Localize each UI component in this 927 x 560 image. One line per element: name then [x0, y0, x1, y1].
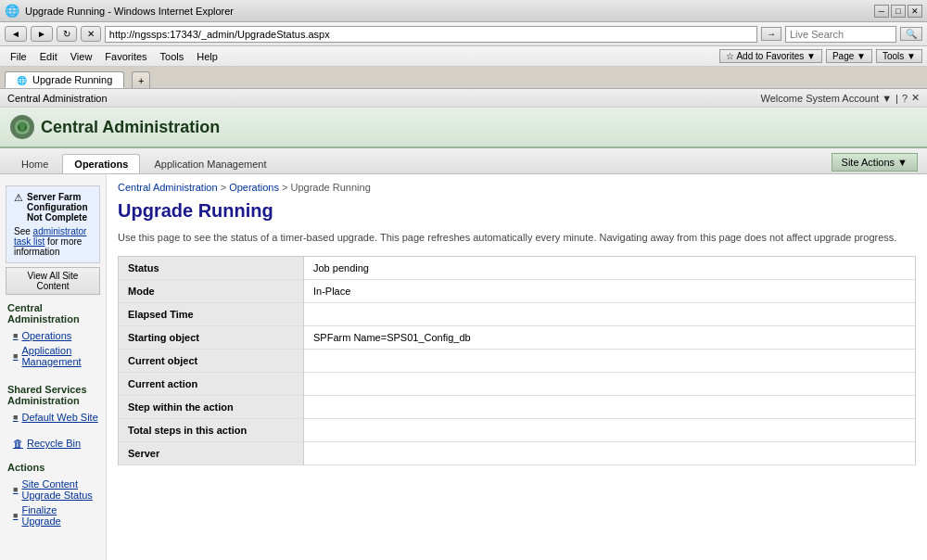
table-row: Elapsed Time [119, 303, 916, 326]
table-row: Current action [119, 373, 916, 396]
breadcrumb: Central Administration > Operations > Up… [107, 174, 927, 197]
sp-logo-icon [9, 114, 35, 140]
minimize-button[interactable]: ─ [874, 5, 889, 18]
table-label-7: Total steps in this action [119, 419, 304, 442]
table-value-3: SPFarm Name=SPS01_Config_db [304, 326, 916, 350]
page-button[interactable]: Page ▼ [826, 49, 872, 63]
bullet-icon: ■ [13, 331, 18, 340]
sp-logo: Central Administration [9, 114, 220, 140]
breadcrumb-item-central-admin[interactable]: Central Administration [118, 182, 218, 193]
site-actions-button[interactable]: Site Actions ▼ [832, 153, 918, 172]
sp-nav: Home Operations Application Management S… [0, 148, 927, 174]
breadcrumb-current: Upgrade Running [291, 182, 371, 193]
menu-view[interactable]: View [65, 49, 98, 64]
menu-help[interactable]: Help [191, 49, 223, 64]
menu-file[interactable]: File [5, 49, 32, 64]
sp-header-title: Central Administration [41, 118, 220, 137]
tab-application-management[interactable]: Application Management [142, 154, 278, 173]
page-description: Use this page to see the status of a tim… [107, 231, 927, 256]
sp-top-bar: Central Administration Welcome System Ac… [0, 89, 927, 108]
central-admin-section-header: Central Administration [0, 299, 106, 328]
table-row: Status Job pending [119, 257, 916, 280]
table-label-8: Server [119, 442, 304, 465]
bullet-icon: ■ [13, 485, 18, 494]
table-value-4 [304, 350, 916, 373]
server-farm-warning: ⚠ Server Farm Configuration Not Complete… [6, 185, 100, 263]
page-title: Upgrade Running [107, 197, 927, 231]
tab-upgrade-running[interactable]: 🌐 Upgrade Running [5, 71, 124, 88]
maximize-button[interactable]: □ [891, 5, 906, 18]
close-icon[interactable]: ✕ [911, 92, 920, 104]
sidebar-item-application-management[interactable]: ■ Application Management [0, 343, 106, 369]
tab-icon: 🌐 [17, 76, 27, 85]
sidebar-actions-section: Actions ■ Site Content Upgrade Status ■ … [0, 458, 106, 528]
table-value-8 [304, 442, 916, 465]
add-favorites-button[interactable]: ☆ Add to Favorites ▼ [719, 49, 822, 63]
sp-content: ⚠ Server Farm Configuration Not Complete… [0, 174, 927, 560]
address-input[interactable] [105, 26, 757, 43]
sidebar-item-site-content-upgrade-status[interactable]: ■ Site Content Upgrade Status [0, 477, 106, 503]
table-value-6 [304, 396, 916, 419]
table-row: Server [119, 442, 916, 465]
tab-operations[interactable]: Operations [62, 154, 140, 173]
table-row: Current object [119, 350, 916, 373]
sp-nav-tabs: Home Operations Application Management [9, 154, 279, 173]
view-all-site-content-button[interactable]: View All Site Content [6, 267, 100, 295]
new-tab-button[interactable]: + [132, 71, 150, 88]
menu-bar: File Edit View Favorites Tools Help ☆ Ad… [0, 46, 927, 67]
menu-edit[interactable]: Edit [34, 49, 63, 64]
table-row: Step within the action [119, 396, 916, 419]
shared-services-header: Shared Services Administration [0, 380, 106, 410]
server-farm-note: See administrator task list for more inf… [14, 226, 92, 257]
toolbar-right: ☆ Add to Favorites ▼ Page ▼ Tools ▼ [719, 49, 922, 63]
server-farm-header: Server Farm Configuration Not Complete [27, 192, 92, 223]
table-value-5 [304, 373, 916, 396]
menu-favorites[interactable]: Favorites [99, 49, 152, 64]
top-bar-separator: | [895, 93, 898, 104]
top-bar-right: Welcome System Account ▼ | ? ✕ [761, 92, 921, 104]
help-icon[interactable]: ? [902, 93, 908, 104]
table-value-2 [304, 303, 916, 326]
refresh-button[interactable]: ↻ [57, 26, 77, 42]
sidebar-item-operations[interactable]: ■ Operations [0, 328, 106, 343]
sidebar-item-recycle-bin[interactable]: 🗑 Recycle Bin [0, 436, 106, 451]
table-value-1: In-Place [304, 280, 916, 303]
table-label-2: Elapsed Time [119, 303, 304, 326]
stop-button[interactable]: ✕ [81, 26, 101, 42]
search-button[interactable]: 🔍 [900, 27, 922, 41]
table-value-7 [304, 419, 916, 442]
bullet-icon: ■ [13, 351, 18, 361]
table-value-0: Job pending [304, 257, 916, 280]
table-label-5: Current action [119, 373, 304, 396]
search-input[interactable] [785, 26, 896, 43]
top-bar-site-name: Central Administration [7, 93, 108, 104]
warning-icon: ⚠ [14, 192, 23, 204]
window-controls: ─ □ ✕ [874, 5, 922, 18]
actions-header: Actions [0, 458, 106, 477]
bullet-icon: ■ [13, 413, 18, 422]
address-toolbar: ◄ ► ↻ ✕ → 🔍 [0, 22, 927, 46]
tools-button[interactable]: Tools ▼ [876, 49, 922, 63]
table-label-3: Starting object [119, 326, 304, 350]
sidebar-central-admin-section: Central Administration ■ Operations ■ Ap… [0, 299, 106, 369]
sp-header: Central Administration [0, 108, 927, 148]
browser-titlebar: 🌐 Upgrade Running - Windows Internet Exp… [0, 0, 927, 22]
recycle-bin-icon: 🗑 [13, 438, 23, 449]
close-button[interactable]: ✕ [908, 5, 922, 18]
bullet-icon: ■ [13, 511, 18, 520]
menu-tools[interactable]: Tools [155, 49, 190, 64]
browser-tabs: 🌐 Upgrade Running + [0, 67, 927, 89]
breadcrumb-item-operations[interactable]: Operations [229, 182, 279, 193]
browser-icon: 🌐 [5, 4, 19, 18]
go-button[interactable]: → [761, 27, 781, 41]
forward-button[interactable]: ► [31, 26, 53, 42]
sidebar-item-finalize-upgrade[interactable]: ■ Finalize Upgrade [0, 503, 106, 528]
tab-home[interactable]: Home [9, 154, 60, 173]
sharepoint-wrapper: Central Administration Welcome System Ac… [0, 89, 927, 560]
back-button[interactable]: ◄ [5, 26, 27, 42]
sp-sidebar: ⚠ Server Farm Configuration Not Complete… [0, 174, 107, 560]
sidebar-item-default-web-site[interactable]: ■ Default Web Site [0, 410, 106, 425]
welcome-text[interactable]: Welcome System Account ▼ [761, 93, 893, 104]
table-row: Starting object SPFarm Name=SPS01_Config… [119, 326, 916, 350]
table-label-6: Step within the action [119, 396, 304, 419]
